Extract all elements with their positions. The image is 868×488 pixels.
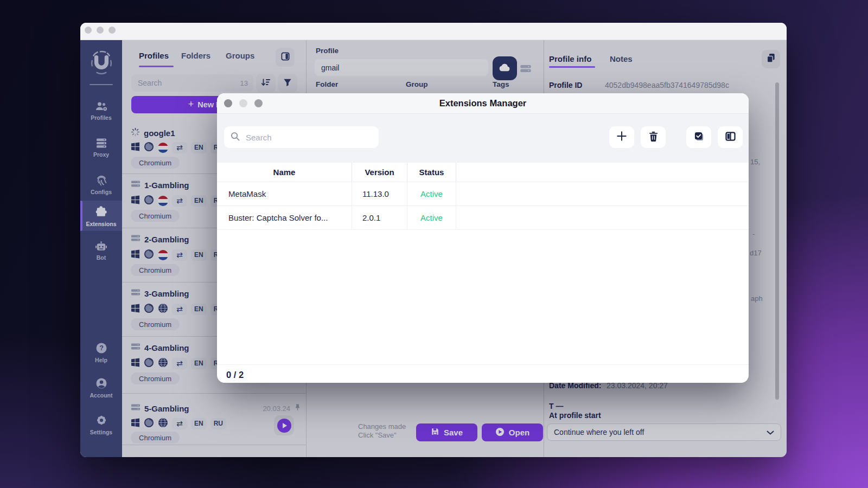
- truncated-value: 15,: [750, 158, 760, 166]
- nl-flag-icon: [158, 143, 168, 153]
- start-profile-button[interactable]: [274, 415, 294, 435]
- sidebar-item-account[interactable]: Account: [80, 377, 122, 399]
- sort-button[interactable]: [256, 74, 276, 93]
- extension-status: Active: [407, 206, 456, 229]
- tab-groups[interactable]: Groups: [226, 51, 254, 60]
- profile-list-item[interactable]: 5-Gambling 20.03.24 ⇄ EN RU Chromium: [122, 393, 307, 445]
- table-row[interactable]: MetaMask 11.13.0 Active: [217, 182, 749, 206]
- tab-notes[interactable]: Notes: [610, 54, 633, 63]
- extension-name: MetaMask: [217, 182, 352, 206]
- sidebar-item-label: Proxy: [93, 151, 109, 158]
- firefox-icon: [144, 249, 154, 261]
- add-extension-button[interactable]: [609, 126, 634, 148]
- at-profile-start-select[interactable]: Continue where you left off: [547, 423, 781, 441]
- table-row[interactable]: Buster: Captcha Solver fo... 2.0.1 Activ…: [217, 206, 749, 230]
- table-header-row: Name Version Status: [217, 163, 749, 182]
- tags-field-label: Tags: [493, 80, 509, 88]
- sidebar-item-proxy[interactable]: Proxy: [80, 138, 122, 158]
- active-tab-underline: [139, 66, 174, 67]
- sidebar-item-label: Extensions: [86, 221, 116, 227]
- windows-icon: [131, 249, 140, 261]
- firefox-icon: [144, 195, 154, 207]
- scrollbar-thumb[interactable]: [775, 82, 779, 400]
- sidebar-item-help[interactable]: ? Help: [80, 342, 122, 363]
- select-all-button[interactable]: [686, 126, 711, 148]
- changes-made-note: Changes made Click "Save": [358, 422, 418, 440]
- language-badge: EN: [191, 358, 207, 369]
- extension-search-input[interactable]: [245, 132, 372, 143]
- minimize-window-button[interactable]: [97, 27, 104, 34]
- modal-title: Extensions Manager: [217, 98, 749, 108]
- browser-tag: Chromium: [131, 264, 180, 276]
- truncated-value: -: [752, 230, 755, 238]
- swap-arrows-icon: ⇄: [172, 142, 187, 153]
- copy-profile-button[interactable]: [762, 50, 780, 68]
- profile-search-field[interactable]: 13: [131, 74, 253, 92]
- sidebar-item-settings[interactable]: Settings: [80, 414, 122, 435]
- sidebar-divider: [90, 84, 113, 85]
- column-header-empty: [456, 163, 749, 182]
- globe-icon: [158, 303, 168, 316]
- plus-icon: +: [188, 99, 194, 110]
- drive-icon: [131, 234, 141, 244]
- local-storage-icon[interactable]: [520, 65, 532, 75]
- panel-toggle-icon: [281, 52, 290, 63]
- columns-view-button[interactable]: [718, 126, 743, 148]
- drive-icon: [131, 180, 141, 190]
- pin-icon[interactable]: [294, 403, 301, 413]
- drive-icon: [131, 403, 141, 413]
- profile-id-value: 4052db9498eaa5fb3741649785d98c: [605, 81, 729, 89]
- tab-folders[interactable]: Folders: [181, 51, 210, 60]
- save-button[interactable]: Save: [416, 423, 477, 441]
- nl-flag-icon: [158, 196, 168, 206]
- changes-line2: Click "Save": [358, 431, 418, 440]
- sidebar-item-label: Account: [90, 392, 113, 399]
- drive-icon: [131, 288, 141, 298]
- copy-icon: [767, 53, 775, 65]
- profile-name: 4-Gambling: [144, 343, 189, 352]
- profiles-icon: [95, 101, 108, 113]
- folder-field-label: Folder: [316, 80, 338, 88]
- at-profile-start-label: At profile start: [549, 411, 601, 420]
- extension-search-field[interactable]: [224, 126, 379, 148]
- windows-icon: [131, 358, 140, 369]
- sidebar-item-configs[interactable]: Configs: [80, 174, 122, 195]
- windows-icon: [131, 304, 140, 315]
- at-profile-start-value: Continue where you left off: [554, 428, 644, 436]
- sort-icon: [261, 78, 271, 89]
- account-icon: [95, 377, 107, 390]
- profile-name: 3-Gambling: [144, 289, 189, 298]
- cloud-storage-button[interactable]: [493, 56, 517, 80]
- open-button[interactable]: Open: [482, 423, 543, 441]
- extensions-table: Name Version Status MetaMask 11.13.0 Act…: [217, 163, 749, 230]
- extension-status: Active: [407, 182, 456, 206]
- collapse-panel-button[interactable]: [276, 48, 295, 67]
- language-badge: EN: [191, 142, 207, 153]
- changes-line1: Changes made: [358, 422, 418, 431]
- sidebar-item-label: Bot: [97, 254, 106, 261]
- profile-search-input[interactable]: [137, 78, 240, 88]
- language-badge: EN: [191, 195, 207, 207]
- delete-extension-button[interactable]: [641, 126, 666, 148]
- app-logo-icon: [80, 50, 122, 75]
- swap-arrows-icon: ⇄: [172, 195, 187, 207]
- play-icon: [277, 419, 291, 433]
- filter-button[interactable]: [278, 74, 297, 93]
- profile-name: 2-Gambling: [144, 235, 189, 244]
- browser-tag: Chromium: [131, 373, 180, 384]
- tab-profiles[interactable]: Profiles: [139, 51, 169, 60]
- sidebar-item-profiles[interactable]: Profiles: [80, 101, 122, 121]
- spinner-icon: [131, 127, 140, 139]
- sidebar-item-extensions[interactable]: Extensions: [80, 201, 122, 231]
- sidebar-item-bot[interactable]: Bot: [80, 241, 122, 261]
- windows-icon: [131, 195, 140, 207]
- truncated-value: aph: [751, 294, 763, 303]
- zoom-window-button[interactable]: [108, 27, 116, 34]
- close-window-button[interactable]: [85, 27, 92, 34]
- tab-profile-info[interactable]: Profile info: [549, 54, 591, 63]
- proxy-icon: [95, 138, 107, 150]
- sidebar: Profiles Proxy Configs Extensions Bot ? …: [80, 40, 122, 457]
- swap-arrows-icon: ⇄: [172, 358, 187, 369]
- extensions-manager-modal: Extensions Manager Name Version Status M…: [217, 93, 749, 383]
- profile-name-input[interactable]: [315, 59, 488, 76]
